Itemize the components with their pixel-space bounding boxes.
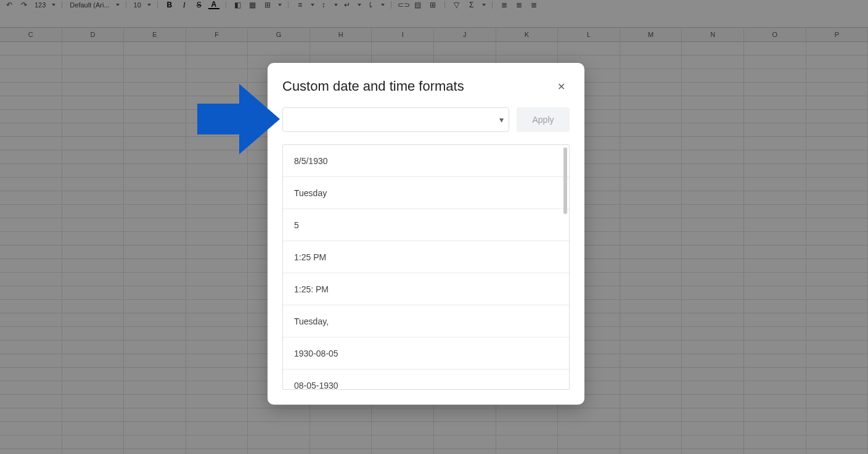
dialog-input-row: ▾ Apply [268,95,584,132]
scrollbar-thumb[interactable] [563,147,567,214]
chevron-down-icon[interactable]: ▾ [496,115,504,125]
format-option[interactable]: 1930-08-05 [283,337,569,369]
annotation-arrow [195,79,281,159]
format-option[interactable]: 08-05-1930 [283,369,569,389]
format-input-text[interactable] [289,108,496,131]
format-list: 8/5/1930 Tuesday 5 1:25 PM 1:25: PM Tues… [282,144,570,390]
close-button[interactable]: ✕ [552,78,570,95]
custom-date-time-dialog: Custom date and time formats ✕ ▾ Apply 8… [268,63,584,405]
dialog-title: Custom date and time formats [282,78,464,94]
apply-button[interactable]: Apply [517,107,570,132]
close-icon: ✕ [557,81,565,93]
format-option[interactable]: 1:25: PM [283,273,569,305]
format-input[interactable]: ▾ [282,107,509,132]
format-option[interactable]: 1:25 PM [283,241,569,273]
format-option[interactable]: Tuesday, [283,305,569,337]
format-option[interactable]: 5 [283,209,569,241]
format-option[interactable]: Tuesday [283,177,569,209]
format-option[interactable]: 8/5/1930 [283,145,569,177]
dialog-header: Custom date and time formats ✕ [268,63,584,95]
svg-marker-0 [197,84,280,154]
